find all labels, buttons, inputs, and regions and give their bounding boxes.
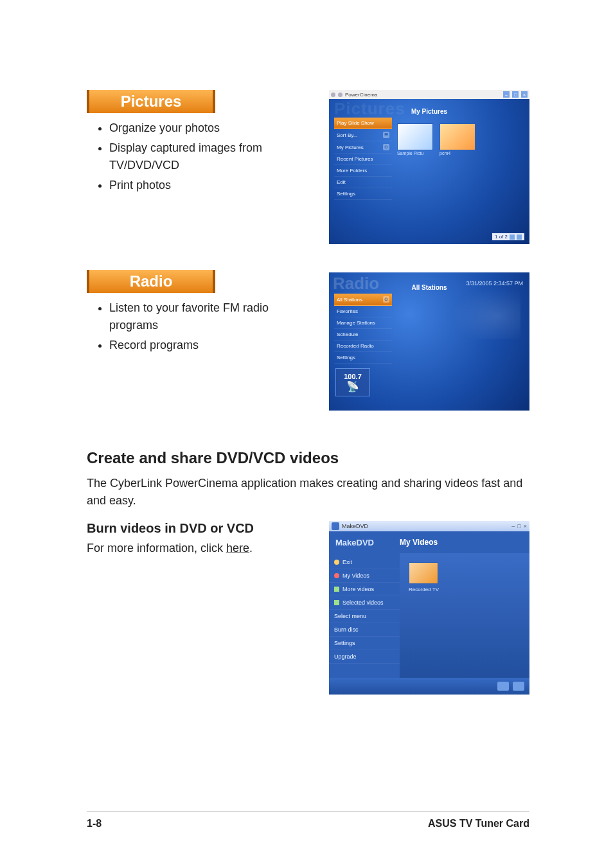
video-thumbnail-label: Recorded TV — [409, 587, 439, 592]
close-icon: × — [524, 523, 527, 529]
pictures-heading-pill: Pictures — [87, 90, 215, 113]
dvd-section-body: The CyberLink PowerCinema application ma… — [87, 475, 529, 509]
pager-next-icon — [517, 235, 522, 240]
app-header: MakeDVD My Videos — [329, 531, 529, 553]
minimize-icon: – — [511, 523, 515, 529]
chip-icon: ⊙ — [383, 296, 389, 303]
window-control-icon — [338, 93, 342, 97]
menu-item: Settings — [334, 188, 392, 200]
menu-item: My Pictures⊙ — [334, 141, 392, 154]
menu-item: Settings — [334, 352, 392, 364]
menu-item: Recent Pictures — [334, 154, 392, 165]
app-title: MakeDVD — [342, 523, 368, 529]
chip-icon: ☰ — [383, 132, 389, 138]
app-section-title: My Videos — [400, 538, 438, 547]
home-icon — [332, 522, 339, 530]
menu-item: Sort By...☰ — [334, 129, 392, 141]
app-main-panel: Recorded TV — [400, 553, 529, 678]
menu-item: Schedule — [334, 329, 392, 341]
burn-subheading: Burn videos in DVD or VCD — [87, 521, 317, 536]
app-footer — [329, 678, 529, 695]
menu-item: Favorites — [334, 306, 392, 317]
side-menu: Play Slide Show Sort By...☰ My Pictures⊙… — [334, 118, 392, 200]
minimize-icon: – — [503, 91, 510, 98]
menu-item: Edit — [334, 177, 392, 188]
page-number: 1-8 — [87, 818, 102, 829]
frequency-display: 100.7 📡 — [335, 368, 370, 396]
page-footer: 1-8 ASUS TV Tuner Card — [87, 811, 529, 829]
nav-item: Selected videos — [329, 596, 400, 610]
window-titlebar: PowerCinema – □ × — [329, 90, 529, 99]
window-title: PowerCinema — [345, 92, 377, 98]
pictures-feature-list: Organize your photos Display captured im… — [87, 120, 317, 194]
dvd-section-heading: Create and share DVD/VCD videos — [87, 449, 529, 467]
video-thumbnail — [409, 562, 438, 584]
side-menu: All Stations⊙ Favorites Manage Stations … — [334, 294, 392, 364]
app-nav: Exit My Videos More videos Selected vide… — [329, 553, 400, 678]
menu-item: All Stations⊙ — [334, 294, 392, 306]
nav-item: Exit — [329, 556, 400, 569]
image-thumbnail — [440, 123, 475, 150]
window-control-icon — [331, 93, 335, 97]
burn-info-line: For more information, click here. — [87, 540, 317, 557]
product-name: ASUS TV Tuner Card — [428, 818, 529, 829]
here-link[interactable]: here — [226, 542, 249, 554]
image-thumbnail — [397, 123, 433, 150]
makedvd-screenshot: MakeDVD – □ × MakeDVD My Videos Exit My … — [329, 521, 529, 695]
list-item: Print photos — [109, 177, 317, 194]
pager-text: 1 of 2 — [495, 234, 508, 240]
radio-graphic-icon — [443, 281, 520, 339]
thumbnail-label: pcm4 — [440, 151, 475, 155]
nav-item: More videos — [329, 583, 400, 596]
radio-feature-list: Listen to your favorite FM radio program… — [87, 299, 317, 354]
menu-item: Recorded Radio — [334, 341, 392, 352]
info-suffix: . — [249, 542, 253, 554]
pager-prev-icon — [510, 235, 515, 240]
antenna-icon: 📡 — [346, 380, 359, 393]
list-item: Record programs — [109, 337, 317, 354]
disc-icon — [334, 573, 339, 578]
radio-screenshot: Radio 3/31/2005 2:34:57 PM All Stations … — [329, 272, 529, 411]
chip-icon: ⊙ — [383, 144, 389, 150]
pictures-screenshot: PowerCinema – □ × Pictures My Pictures P… — [329, 90, 529, 244]
pager-prev-icon — [497, 682, 509, 691]
maximize-icon: □ — [512, 91, 519, 98]
nav-item: Burn disc — [329, 623, 400, 637]
menu-item: Manage Stations — [334, 317, 392, 329]
nav-item: Upgrade — [329, 650, 400, 664]
square-icon — [334, 587, 339, 592]
thumbnail-label: Sample Pictu — [397, 151, 433, 155]
list-item: Display captured images from TV/DVD/VCD — [109, 139, 317, 174]
menu-item: More Folders — [334, 165, 392, 177]
info-prefix: For more information, click — [87, 542, 226, 554]
menu-item: Play Slide Show — [334, 118, 392, 129]
thumbnail-labels: Sample Pictu pcm4 — [397, 151, 475, 155]
nav-item: Settings — [329, 637, 400, 650]
nav-item: My Videos — [329, 569, 400, 583]
frequency-value: 100.7 — [344, 373, 362, 380]
radio-heading-pill: Radio — [87, 270, 215, 293]
square-icon — [334, 600, 339, 605]
screen-subtitle: My Pictures — [329, 108, 529, 115]
list-item: Listen to your favorite FM radio program… — [109, 299, 317, 334]
app-brand: MakeDVD — [329, 538, 400, 547]
thumbnail-row — [397, 123, 475, 150]
pager-next-icon — [513, 682, 524, 691]
back-icon — [334, 560, 339, 565]
pager: 1 of 2 — [492, 233, 524, 240]
close-icon: × — [521, 91, 528, 98]
nav-item: Select menu — [329, 610, 400, 623]
app-titlebar: MakeDVD – □ × — [329, 521, 529, 531]
list-item: Organize your photos — [109, 120, 317, 137]
maximize-icon: □ — [517, 523, 520, 529]
